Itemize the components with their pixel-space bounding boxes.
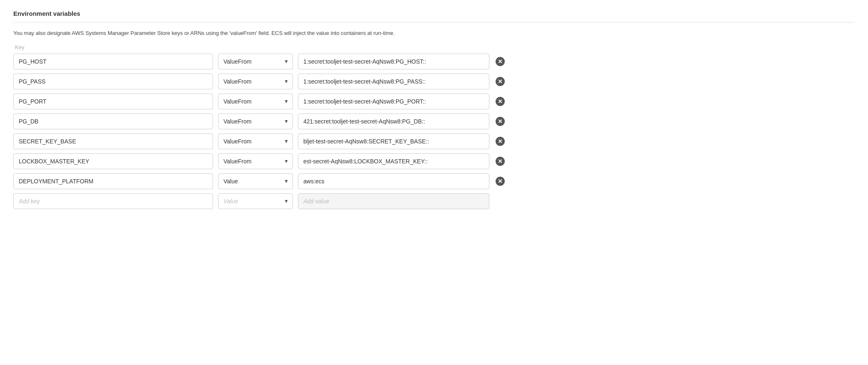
type-select-wrapper: ValueValueFrom▼ [218, 74, 293, 89]
add-value-input[interactable] [298, 193, 489, 209]
type-select[interactable]: ValueValueFrom [218, 74, 293, 89]
type-select[interactable]: ValueValueFrom [218, 113, 293, 129]
type-select-wrapper: ValueValueFrom▼ [218, 173, 293, 189]
remove-icon: ✕ [496, 117, 505, 126]
value-input[interactable] [298, 153, 489, 169]
key-input[interactable] [13, 74, 213, 89]
table-row: ValueValueFrom▼✕ [13, 133, 855, 149]
table-row: ValueValueFrom▼✕ [13, 74, 855, 89]
type-select[interactable]: ValueValueFrom [218, 173, 293, 189]
table-row: ValueValueFrom▼✕ [13, 173, 855, 189]
table-row: ValueValueFrom▼✕ [13, 54, 855, 69]
remove-icon: ✕ [496, 97, 505, 106]
type-select[interactable]: ValueValueFrom [218, 94, 293, 109]
remove-env-button[interactable]: ✕ [494, 175, 506, 187]
key-input[interactable] [13, 133, 213, 149]
table-row: ValueValueFrom▼✕ [13, 113, 855, 129]
divider [13, 22, 855, 22]
key-input[interactable] [13, 173, 213, 189]
remove-env-button[interactable]: ✕ [494, 56, 506, 67]
type-select[interactable]: ValueValueFrom [218, 133, 293, 149]
type-select[interactable]: ValueValueFrom [218, 153, 293, 169]
col-key-header: Key [13, 44, 855, 50]
add-key-input[interactable] [13, 193, 213, 209]
info-text: You may also designate AWS Systems Manag… [13, 29, 855, 37]
type-select-wrapper: ValueValueFrom▼ [218, 113, 293, 129]
key-input[interactable] [13, 113, 213, 129]
key-input[interactable] [13, 94, 213, 109]
remove-env-button[interactable]: ✕ [494, 96, 506, 107]
type-select-wrapper: ValueValueFrom▼ [218, 153, 293, 169]
type-select-wrapper: ValueValueFrom▼ [218, 133, 293, 149]
value-input[interactable] [298, 173, 489, 189]
type-select[interactable]: ValueValueFrom [218, 54, 293, 69]
remove-env-button[interactable]: ✕ [494, 155, 506, 167]
remove-env-button[interactable]: ✕ [494, 116, 506, 127]
remove-icon: ✕ [496, 137, 505, 146]
remove-icon: ✕ [496, 77, 505, 86]
value-input[interactable] [298, 54, 489, 69]
remove-icon: ✕ [496, 177, 505, 186]
section-title: Environment variables [13, 10, 855, 17]
remove-icon: ✕ [496, 57, 505, 66]
add-type-select-wrapper: Value ValueFrom ▼ [218, 193, 293, 209]
key-input[interactable] [13, 153, 213, 169]
value-input[interactable] [298, 113, 489, 129]
table-row: ValueValueFrom▼✕ [13, 153, 855, 169]
value-input[interactable] [298, 133, 489, 149]
key-input[interactable] [13, 54, 213, 69]
value-input[interactable] [298, 74, 489, 89]
remove-env-button[interactable]: ✕ [494, 136, 506, 147]
type-select-wrapper: ValueValueFrom▼ [218, 94, 293, 109]
type-select-wrapper: ValueValueFrom▼ [218, 54, 293, 69]
table-row: ValueValueFrom▼✕ [13, 94, 855, 109]
add-env-row: Value ValueFrom ▼ [13, 193, 855, 209]
env-rows-container: ValueValueFrom▼✕ValueValueFrom▼✕ValueVal… [13, 54, 855, 189]
value-input[interactable] [298, 94, 489, 109]
remove-icon: ✕ [496, 157, 505, 166]
add-type-select[interactable]: Value ValueFrom [218, 193, 293, 209]
remove-env-button[interactable]: ✕ [494, 76, 506, 87]
